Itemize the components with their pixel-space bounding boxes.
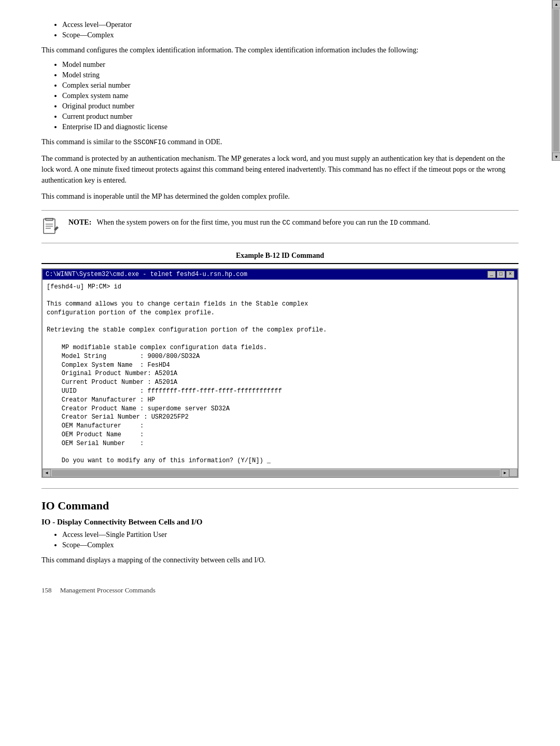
note-label: NOTE: (68, 218, 91, 226)
footer-text: Management Processor Commands (60, 586, 156, 594)
footer: 158 Management Processor Commands (41, 586, 519, 595)
terminal-body-container: [feshd4-u] MP:CM> id This command allows… (43, 280, 517, 477)
maximize-button[interactable]: □ (497, 271, 505, 278)
auth-paragraph: The command is protected by an authentic… (41, 153, 519, 186)
id-info-enterprise-id: Enterprise ID and diagnostic license (62, 123, 519, 131)
section-divider (41, 488, 519, 489)
terminal-body-row: [feshd4-u] MP:CM> id This command allows… (43, 280, 517, 469)
intro-paragraph: This command configures the complex iden… (41, 45, 519, 56)
terminal-title: C:\WINNT\System32\cmd.exe - telnet feshd… (46, 271, 247, 278)
notepad-icon (41, 218, 60, 237)
bullet-scope: Scope—Complex (62, 31, 519, 39)
id-info-current-product: Current product number (62, 113, 519, 121)
io-scope: Scope—Complex (62, 541, 519, 549)
terminal-text: [feshd4-u] MP:CM> id This command allows… (47, 283, 505, 466)
io-subsection-title: IO - Display Connectivity Between Cells … (41, 518, 519, 527)
top-bullet-list: Access level—Operator Scope—Complex (62, 21, 519, 39)
id-info-list: Model number Model string Complex serial… (62, 61, 519, 131)
io-access-level: Access level—Single Partition User (62, 531, 519, 539)
note-icon (41, 218, 60, 237)
terminal-buttons: _ □ × (487, 271, 514, 278)
io-section-title: IO Command (41, 499, 519, 513)
note-box: NOTE: When the system powers on for the … (41, 210, 519, 243)
io-bullet-list: Access level—Single Partition User Scope… (62, 531, 519, 549)
terminal-window: C:\WINNT\System32\cmd.exe - telnet feshd… (41, 268, 519, 478)
io-description: This command displays a mapping of the c… (41, 555, 519, 565)
id-info-model-string: Model string (62, 71, 519, 79)
page-number: 158 (41, 586, 52, 594)
note-content: NOTE: When the system powers on for the … (68, 217, 430, 228)
scroll-down-arrow[interactable]: ▼ (552, 153, 560, 161)
id-info-serial-number: Complex serial number (62, 81, 519, 90)
terminal-content[interactable]: [feshd4-u] MP:CM> id This command allows… (43, 280, 509, 469)
id-info-system-name: Complex system name (62, 92, 519, 100)
scroll-up-arrow[interactable]: ▲ (552, 0, 560, 8)
id-info-original-product: Original product number (62, 102, 519, 110)
golden-paragraph: This command is inoperable until the MP … (41, 191, 519, 202)
minimize-button[interactable]: _ (487, 271, 496, 278)
terminal-titlebar: C:\WINNT\System32\cmd.exe - telnet feshd… (43, 269, 517, 280)
scrollbar-corner (509, 468, 517, 477)
similar-paragraph: This command is similar to the SSCONFIG … (41, 136, 519, 148)
id-info-model-number: Model number (62, 61, 519, 69)
scroll-left-arrow[interactable]: ◄ (43, 469, 51, 477)
scroll-right-arrow[interactable]: ► (501, 469, 509, 477)
vertical-scrollbar[interactable]: ▲ ▼ (552, 0, 560, 161)
close-button[interactable]: × (506, 271, 514, 278)
bullet-access-level: Access level—Operator (62, 21, 519, 29)
horizontal-scrollbar[interactable]: ◄ ► (43, 468, 509, 477)
scroll-h-thumb[interactable] (52, 470, 500, 476)
terminal-bottom-row: ◄ ► (43, 468, 517, 477)
scroll-thumb[interactable] (553, 9, 559, 151)
example-title: Example B-12 ID Command (41, 252, 519, 264)
